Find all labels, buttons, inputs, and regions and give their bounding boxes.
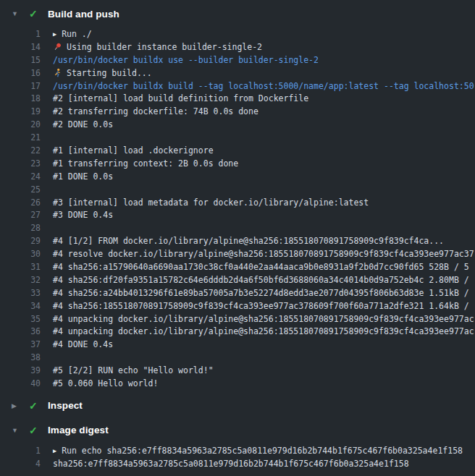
log-line: 21 <box>0 131 475 144</box>
line-number[interactable]: 28 <box>12 223 41 233</box>
log-text: #4 DONE 0.4s <box>53 339 113 349</box>
log-text: #3 DONE 0.4s <box>53 210 113 220</box>
section-header-inspect[interactable]: ▶✓Inspect <box>0 396 475 416</box>
log-text: #5 0.060 Hello world! <box>53 378 158 388</box>
log-line: 39#5 [2/2] RUN echo "Hello world!" <box>0 364 475 377</box>
section-header-image-digest[interactable]: ▼✓Image digest <box>0 420 475 441</box>
log-line: 4sha256:e7ff8834a5963a2785c5a0811e979d16… <box>0 457 475 470</box>
log-text: sha256:e7ff8834a5963a2785c5a0811e979d16b… <box>53 459 409 469</box>
log-text: #4 unpacking docker.io/library/alpine@sh… <box>53 326 474 336</box>
log-text: #4 resolve docker.io/library/alpine@sha2… <box>53 249 474 259</box>
log-section-image-digest: ▼✓Image digest1▶Run echo sha256:e7ff8834… <box>0 420 475 476</box>
log-text: #1 [internal] load .dockerignore <box>53 145 214 156</box>
line-number[interactable]: 27 <box>12 210 41 220</box>
log-line: 17/usr/bin/docker buildx build --tag loc… <box>0 80 475 93</box>
section-header-build-and-push[interactable]: ▼✓Build and push <box>0 4 475 24</box>
pushpin-icon <box>53 42 62 51</box>
log-line: 19#2 transferring dockerfile: 74B 0.0s d… <box>0 105 475 118</box>
log-line: 1▶Run ./ <box>0 27 475 41</box>
line-number[interactable]: 38 <box>12 352 41 362</box>
success-check-icon: ✓ <box>29 8 48 20</box>
line-number[interactable]: 17 <box>12 81 41 91</box>
log-line: 26#3 [internal] load metadata for docker… <box>0 196 475 209</box>
log-text: #1 transferring context: 2B 0.0s done <box>53 158 238 169</box>
log-text: #2 transferring dockerfile: 74B 0.0s don… <box>53 106 258 116</box>
success-check-icon: ✓ <box>29 400 48 412</box>
log-text: #2 DONE 0.0s <box>53 119 113 129</box>
log-line: 1▶Run echo sha256:e7ff8834a5963a2785c5a0… <box>0 444 475 457</box>
log-text: #4 sha256:185518070891758909c9f839cf4ca3… <box>53 301 469 311</box>
log-line: 18#2 [internal] load build definition fr… <box>0 92 475 105</box>
log-line: 25 <box>0 183 475 196</box>
log-text: #3 [internal] load metadata for docker.i… <box>53 197 369 208</box>
line-number[interactable]: 36 <box>12 326 41 336</box>
log-text: #4 sha256:df20fa9351a15782c64e6dddb2d4a6… <box>53 275 469 285</box>
line-number[interactable]: 1 <box>12 29 41 39</box>
log-text: #4 sha256:a24bb4013296f61e89ba57005a7b3e… <box>53 288 469 298</box>
runner-icon <box>53 68 62 77</box>
group-expand-icon[interactable]: ▶ <box>53 446 56 454</box>
log-text: #5 [2/2] RUN echo "Hello world!" <box>53 365 214 375</box>
log-line: 40#5 0.060 Hello world! <box>0 377 475 390</box>
line-number[interactable]: 37 <box>12 339 41 349</box>
section-title: Build and push <box>48 9 119 20</box>
chevron-right-icon[interactable]: ▶ <box>12 402 29 409</box>
line-number[interactable]: 22 <box>12 145 41 156</box>
line-number[interactable]: 1 <box>12 446 41 456</box>
log-text: #4 unpacking docker.io/library/alpine@sh… <box>53 314 474 324</box>
log-text: Run echo sha256:e7ff8834a5963a2785c5a081… <box>62 446 463 456</box>
line-number[interactable]: 32 <box>12 275 41 285</box>
log-text: #2 [internal] load build definition from… <box>53 93 308 103</box>
line-number[interactable]: 14 <box>12 42 41 52</box>
line-number[interactable]: 4 <box>12 459 41 469</box>
section-log-body: 1▶Run echo sha256:e7ff8834a5963a2785c5a0… <box>0 441 475 476</box>
line-number[interactable]: 29 <box>12 236 41 246</box>
log-text: #4 sha256:a15790640a6690aa1730c38cf0a440… <box>53 262 469 272</box>
line-number[interactable]: 15 <box>12 55 41 65</box>
log-text: Using builder instance builder-single-2 <box>67 42 262 52</box>
log-line: 16Starting build... <box>0 67 475 80</box>
line-number[interactable]: 33 <box>12 288 41 298</box>
success-check-icon: ✓ <box>29 425 48 436</box>
line-number[interactable]: 30 <box>12 249 41 259</box>
log-line: 31#4 sha256:a15790640a6690aa1730c38cf0a4… <box>0 260 475 273</box>
section-title: Image digest <box>48 425 109 435</box>
log-line: 22#1 [internal] load .dockerignore <box>0 144 475 157</box>
log-line: 30#4 resolve docker.io/library/alpine@sh… <box>0 247 475 260</box>
line-number[interactable]: 18 <box>12 93 41 103</box>
log-text: #4 [1/2] FROM docker.io/library/alpine@s… <box>53 236 444 246</box>
line-number[interactable]: 35 <box>12 314 41 324</box>
log-text: /usr/bin/docker buildx use --builder bui… <box>53 55 319 65</box>
log-line: 27#3 DONE 0.4s <box>0 208 475 221</box>
log-line: 32#4 sha256:df20fa9351a15782c64e6dddb2d4… <box>0 273 475 286</box>
line-number[interactable]: 21 <box>12 132 41 143</box>
log-line: 24#1 DONE 0.0s <box>0 170 475 183</box>
line-number[interactable]: 19 <box>12 106 41 116</box>
line-number[interactable]: 40 <box>12 378 41 388</box>
log-line: 14Using builder instance builder-single-… <box>0 41 475 54</box>
chevron-down-icon[interactable]: ▼ <box>12 10 29 17</box>
line-number[interactable]: 20 <box>12 119 41 129</box>
log-text: #1 DONE 0.0s <box>53 171 113 182</box>
section-title: Inspect <box>48 400 83 411</box>
line-number[interactable]: 16 <box>12 68 41 78</box>
group-expand-icon[interactable]: ▶ <box>53 30 56 37</box>
log-line: 35#4 unpacking docker.io/library/alpine@… <box>0 313 475 326</box>
log-line: 15/usr/bin/docker buildx use --builder b… <box>0 54 475 67</box>
log-line: 37#4 DONE 0.4s <box>0 338 475 351</box>
log-line: 20#2 DONE 0.0s <box>0 118 475 131</box>
line-number[interactable]: 25 <box>12 184 41 195</box>
line-number[interactable]: 26 <box>12 197 41 208</box>
line-number[interactable]: 23 <box>12 158 41 169</box>
log-text: Starting build... <box>67 68 152 78</box>
log-line: 29#4 [1/2] FROM docker.io/library/alpine… <box>0 234 475 247</box>
log-text: Run ./ <box>62 29 92 39</box>
log-text: /usr/bin/docker buildx build --tag local… <box>53 81 474 91</box>
line-number[interactable]: 31 <box>12 262 41 272</box>
log-line: 23#1 transferring context: 2B 0.0s done <box>0 157 475 170</box>
line-number[interactable]: 39 <box>12 365 41 375</box>
log-line: 36#4 unpacking docker.io/library/alpine@… <box>0 325 475 338</box>
line-number[interactable]: 34 <box>12 301 41 311</box>
line-number[interactable]: 24 <box>12 171 41 182</box>
chevron-down-icon[interactable]: ▼ <box>12 427 29 434</box>
